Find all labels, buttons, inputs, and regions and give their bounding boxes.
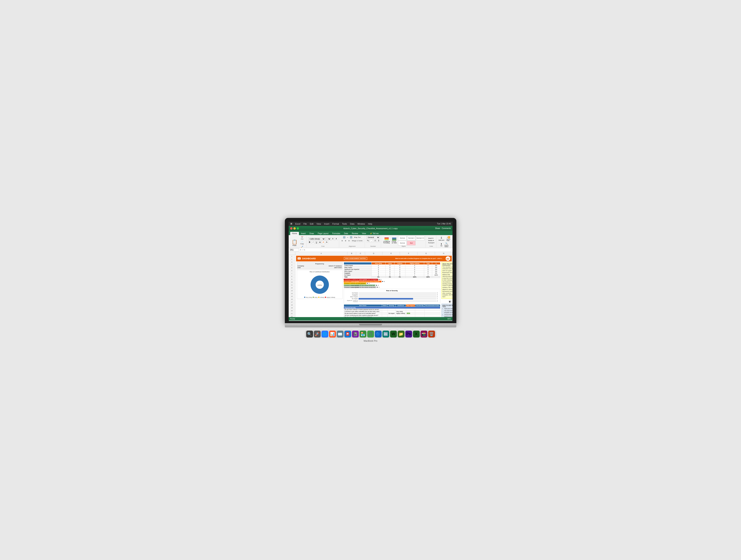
tab-insert[interactable]: Insert: [299, 232, 308, 235]
border-button[interactable]: ⊞: [318, 241, 322, 244]
dock-icon-word[interactable]: W: [390, 331, 397, 337]
want-expert-text[interactable]: Want to work with a Certified Engineer t…: [395, 258, 443, 259]
style-normal2[interactable]: Normal 2: [407, 236, 416, 240]
cell-check-5[interactable]: Do you use a physical lock to secure lap…: [344, 316, 382, 317]
cell-checked-5[interactable]: [415, 316, 424, 317]
cell-action-5[interactable]: [424, 316, 440, 317]
font-color-button[interactable]: A: [325, 241, 328, 244]
tab-draw[interactable]: Draw: [308, 232, 316, 235]
conditional-formatting-button[interactable]: ConditionalFormatting: [383, 237, 390, 244]
menu-file[interactable]: File: [302, 223, 308, 225]
tab-home[interactable]: Home: [290, 232, 299, 235]
format-cells-button[interactable]: Format ▾: [427, 242, 435, 244]
dock-icon-activity[interactable]: 📊: [329, 331, 336, 337]
cell-status-4[interactable]: [382, 314, 388, 316]
cell-likelihood-3[interactable]: Highly Unlikely: [395, 312, 406, 314]
menu-tools[interactable]: Tools: [341, 223, 348, 225]
tab-view[interactable]: View: [360, 232, 368, 235]
cell-risk-3[interactable]: Low: [406, 312, 415, 314]
dock-icon-mail[interactable]: ✉️: [337, 331, 344, 337]
cell-severity-1[interactable]: [388, 309, 395, 310]
dock-icon-trash[interactable]: 🗑️: [428, 331, 435, 337]
align-left-button[interactable]: ≡: [341, 239, 344, 242]
cell-checked-2[interactable]: [415, 310, 424, 312]
decrease-font-size-button[interactable]: A: [335, 237, 338, 240]
style-normal-h[interactable]: Normal: [398, 241, 407, 245]
dock-icon-preview[interactable]: 📸: [420, 331, 427, 337]
cell-status-3[interactable]: [382, 312, 388, 314]
dock-icon-chrome[interactable]: 🌐: [322, 331, 328, 337]
style-bad[interactable]: Bad: [407, 241, 416, 245]
align-bottom-button[interactable]: ⬇️: [349, 236, 352, 239]
italic-button[interactable]: I: [312, 241, 315, 244]
menu-insert[interactable]: Insert: [323, 223, 330, 225]
style-normal23[interactable]: Normal 2 3: [416, 236, 424, 240]
cell-status-2[interactable]: [382, 310, 388, 312]
format-painter-button[interactable]: 🖌️ Format: [299, 245, 305, 248]
maximize-button[interactable]: [297, 227, 299, 230]
copy-button[interactable]: 📄 Copy: [299, 241, 305, 245]
autosum-button[interactable]: Σ Auto-sum: [438, 236, 445, 241]
minimize-button[interactable]: [293, 227, 296, 230]
cell-checked-1[interactable]: [415, 309, 424, 310]
cell-likelihood-4[interactable]: [395, 314, 406, 316]
dock-icon-launchpad[interactable]: 🚀: [314, 331, 321, 337]
cell-likelihood-2[interactable]: Very Likely: [395, 310, 406, 312]
cell-action-2[interactable]: [424, 310, 440, 312]
menu-view[interactable]: View: [316, 223, 322, 225]
align-right-button[interactable]: ≡: [347, 239, 351, 242]
cut-button[interactable]: ✂️ Cut: [299, 236, 305, 240]
cell-check-3[interactable]: Do you escort visitors in and out of con…: [344, 312, 382, 314]
align-top-button[interactable]: ⬆️: [343, 236, 346, 239]
dock-icon-grammarly[interactable]: 🔤: [383, 331, 389, 337]
align-middle-button[interactable]: ↔: [346, 236, 349, 239]
font-size-select[interactable]: 10: [326, 237, 331, 240]
increase-font-size-button[interactable]: A: [331, 237, 334, 240]
cell-check-2[interactable]: Is access to your office controlled such…: [344, 310, 382, 312]
tab-page-layout[interactable]: Page Layout: [316, 232, 330, 235]
cell-severity-3[interactable]: No Impact: [388, 312, 395, 314]
menu-edit[interactable]: Edit: [309, 223, 314, 225]
fill-color-button[interactable]: A: [322, 241, 325, 244]
underline-button[interactable]: U: [315, 241, 318, 244]
cell-severity-2[interactable]: [388, 310, 395, 312]
tab-formulas[interactable]: Formulas: [330, 232, 342, 235]
cell-likelihood-1[interactable]: [395, 309, 406, 310]
style-normal[interactable]: Normal: [398, 236, 407, 240]
menu-format[interactable]: Format: [331, 223, 340, 225]
menu-excel[interactable]: Excel: [294, 223, 301, 225]
menu-window[interactable]: Window: [356, 223, 366, 225]
comma-button[interactable]: ,: [370, 239, 373, 242]
share-icon[interactable]: Share: [435, 227, 440, 229]
cell-risk-4[interactable]: [406, 314, 415, 316]
fill-button[interactable]: ⬇ Fill: [440, 243, 443, 247]
insert-cells-button[interactable]: Insert ▾: [427, 237, 435, 239]
cell-checked-4[interactable]: [415, 314, 424, 316]
comments-icon[interactable]: Comments: [442, 227, 451, 229]
dock-icon-appstore[interactable]: 🏪: [359, 331, 366, 337]
dock-icon-spotify[interactable]: 🎵: [367, 331, 374, 337]
bold-button[interactable]: B: [308, 241, 311, 244]
dock-icon-photoshop[interactable]: Ps: [405, 331, 412, 337]
cell-risk-5[interactable]: [406, 316, 415, 317]
cell-status-5[interactable]: [382, 316, 388, 317]
merge-center-button[interactable]: Merge & Centre: [351, 240, 363, 242]
dock-icon-excel[interactable]: X: [413, 331, 420, 337]
cell-check-4[interactable]: Are you monitoring and other systems phy…: [344, 314, 382, 316]
menu-help[interactable]: Help: [367, 223, 373, 225]
find-select-button[interactable]: 🔍 Find &Select: [444, 242, 449, 248]
cell-severity-5[interactable]: [388, 316, 395, 317]
paste-button[interactable]: 📋 Paste: [290, 237, 298, 248]
wrap-text-button[interactable]: Wrap Text: [353, 236, 362, 239]
number-format-select[interactable]: General Number Currency Percentage: [366, 236, 380, 239]
tab-tellme[interactable]: ⚡ Tell me: [368, 232, 381, 235]
name-box-input[interactable]: [289, 248, 299, 251]
cell-action-4[interactable]: [424, 314, 440, 316]
cell-action-1[interactable]: [424, 309, 440, 310]
align-center-button[interactable]: ≡: [344, 239, 347, 242]
delete-cells-button[interactable]: Delete ▾: [427, 240, 435, 242]
decrease-decimal-button[interactable]: .0: [377, 239, 380, 242]
tab-review[interactable]: Review: [350, 232, 360, 235]
formula-input[interactable]: [306, 249, 452, 251]
format-table-button[interactable]: Formatas Table: [391, 237, 397, 244]
